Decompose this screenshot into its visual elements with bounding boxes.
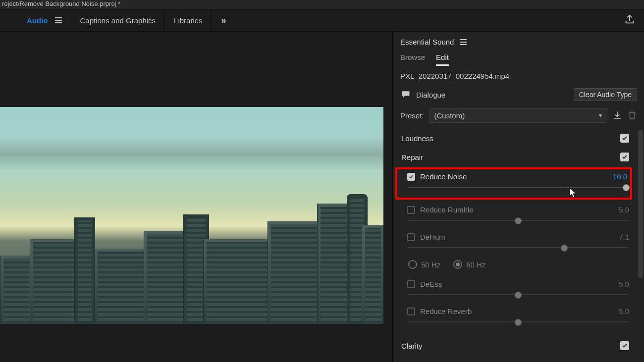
workspace-tab-audio[interactable]: Audio: [18, 9, 71, 31]
workspace-tab-libraries[interactable]: Libraries: [165, 9, 212, 31]
radio-label: 50 Hz: [421, 260, 440, 269]
clear-audio-type-button[interactable]: Clear Audio Type: [574, 88, 637, 101]
tab-browse[interactable]: Browse: [400, 53, 425, 66]
radio-label: 60 Hz: [466, 260, 485, 269]
reduce-rumble-param: Reduce Rumble 5.0: [393, 203, 636, 230]
deess-checkbox[interactable]: [407, 280, 415, 288]
dialogue-icon: [400, 90, 411, 100]
deess-param: DeEss 5.0: [393, 277, 636, 304]
section-clarity[interactable]: Clarity: [393, 331, 636, 354]
workspace-more-icon[interactable]: »: [216, 15, 232, 26]
delete-preset-icon: [627, 110, 637, 120]
reduce-rumble-label: Reduce Rumble: [420, 206, 614, 214]
panel-scroll: Loudness Repair Reduce Noise: [393, 128, 644, 362]
essential-sound-panel: Essential Sound Browse Edit PXL_20220317…: [393, 32, 644, 362]
section-title: Loudness: [401, 134, 433, 143]
deess-value[interactable]: 5.0: [619, 280, 629, 288]
chevron-down-icon: ▾: [599, 112, 602, 119]
export-icon[interactable]: [624, 14, 635, 27]
workspace-tab-label: Captions and Graphics: [80, 16, 156, 25]
audio-type-label: Dialogue: [416, 91, 445, 99]
workspace-tab-label: Audio: [27, 16, 48, 25]
section-loudness[interactable]: Loudness: [393, 128, 636, 147]
dehum-slider[interactable]: [408, 243, 628, 252]
reduce-noise-checkbox[interactable]: [407, 173, 415, 181]
dehum-label: DeHum: [420, 233, 614, 241]
audio-type-row: Dialogue Clear Audio Type: [393, 85, 644, 104]
preset-value: (Custom): [434, 111, 465, 120]
workspace-menu-icon[interactable]: [55, 17, 62, 23]
workspace-tab-captions[interactable]: Captions and Graphics: [71, 9, 165, 31]
reduce-reverb-label: Reduce Reverb: [420, 307, 614, 315]
main-area: Essential Sound Browse Edit PXL_20220317…: [0, 32, 644, 362]
reduce-noise-slider[interactable]: [408, 183, 626, 192]
reduce-reverb-param: Reduce Reverb 5.0: [393, 304, 636, 331]
dehum-50hz-radio[interactable]: 50 Hz: [408, 260, 440, 269]
deess-slider[interactable]: [408, 290, 628, 299]
workspace-tab-label: Libraries: [174, 16, 203, 25]
panel-menu-icon[interactable]: [460, 39, 467, 45]
tab-edit[interactable]: Edit: [436, 53, 449, 66]
reduce-noise-value[interactable]: 10.0: [613, 172, 627, 181]
section-title: Repair: [401, 153, 423, 161]
clarity-checkbox[interactable]: [620, 341, 629, 350]
reduce-rumble-value[interactable]: 5.0: [619, 206, 629, 214]
reduce-reverb-slider[interactable]: [408, 317, 628, 326]
clip-name: PXL_20220317_002224954.mp4: [393, 66, 644, 85]
title-bar: roject/Remove Background Noise.prproj *: [0, 0, 644, 9]
reduce-noise-label: Reduce Noise: [420, 172, 608, 181]
video-frame: [0, 107, 383, 324]
dehum-value[interactable]: 7.1: [619, 233, 629, 241]
import-preset-icon[interactable]: [612, 110, 622, 120]
section-title: Clarity: [401, 342, 423, 350]
deess-label: DeEss: [420, 280, 614, 288]
project-title: roject/Remove Background Noise.prproj *: [2, 0, 120, 7]
dehum-radio-row: 50 Hz 60 Hz: [407, 256, 629, 276]
panel-tabs: Browse Edit: [393, 49, 644, 66]
section-repair[interactable]: Repair: [393, 147, 636, 165]
reduce-reverb-checkbox[interactable]: [407, 308, 415, 315]
preset-label: Preset:: [400, 111, 424, 120]
dehum-param: DeHum 7.1 50 Hz 60 Hz: [393, 230, 636, 277]
reduce-noise-highlight: Reduce Noise 10.0: [395, 167, 632, 200]
panel-title: Essential Sound: [400, 38, 454, 46]
program-monitor: [0, 32, 393, 362]
dehum-60hz-radio[interactable]: 60 Hz: [453, 260, 485, 269]
scrollbar[interactable]: [638, 130, 643, 278]
dehum-checkbox[interactable]: [407, 233, 415, 241]
reduce-reverb-value[interactable]: 5.0: [619, 307, 629, 315]
preset-row: Preset: (Custom) ▾: [393, 104, 644, 128]
preset-select[interactable]: (Custom) ▾: [429, 108, 607, 123]
repair-checkbox[interactable]: [620, 153, 629, 161]
reduce-rumble-checkbox[interactable]: [407, 206, 415, 214]
reduce-rumble-slider[interactable]: [408, 216, 628, 225]
loudness-checkbox[interactable]: [620, 134, 629, 143]
workspace-bar: Audio Captions and Graphics Libraries »: [0, 9, 644, 32]
